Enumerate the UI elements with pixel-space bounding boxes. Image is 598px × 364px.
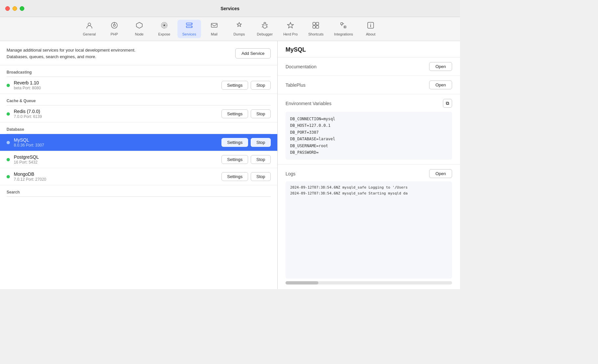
close-button[interactable] (5, 6, 10, 11)
logs-open-button[interactable]: Open (429, 169, 452, 178)
nav-label-debugger: Debugger (257, 32, 273, 36)
service-row[interactable]: Reverb 1.10beta Port: 8080SettingsStop (0, 77, 277, 94)
documentation-open-button[interactable]: Open (429, 62, 452, 71)
svg-rect-8 (186, 23, 192, 25)
nav-label-node: Node (135, 32, 144, 36)
nav-item-mail[interactable]: Mail (202, 20, 226, 38)
service-meta: 8.0.36 Port: 3307 (14, 143, 221, 148)
svg-rect-24 (316, 26, 319, 28)
service-status-dot (7, 141, 10, 144)
service-info: MySQL8.0.36 Port: 3307 (14, 137, 221, 148)
section-header-cache-queue: Cache & Queue (0, 94, 277, 105)
right-panel: MySQL Documentation Open TablePlus Open … (278, 41, 460, 289)
nav-label-shortcuts: Shortcuts (308, 32, 323, 36)
nav-item-expose[interactable]: Expose (152, 20, 176, 38)
service-row[interactable]: PostgreSQL16 Port: 5432SettingsStop (0, 151, 277, 168)
about-icon (367, 22, 374, 31)
env-vars-header: Environment Variables ⧉ (286, 99, 452, 108)
service-status-dot (7, 112, 10, 116)
minimize-button[interactable] (12, 6, 17, 11)
logs-scrollbar-track[interactable] (286, 281, 452, 284)
documentation-section: Documentation Open (278, 57, 460, 76)
service-stop-button[interactable]: Stop (251, 81, 271, 90)
service-settings-button[interactable]: Settings (221, 81, 248, 90)
section-header-broadcasting: Broadcasting (0, 65, 277, 77)
titlebar: Services (0, 0, 460, 17)
svg-marker-4 (136, 22, 142, 28)
selected-service-title: MySQL (286, 46, 452, 53)
nav-item-dumps[interactable]: Dumps (227, 20, 251, 38)
svg-line-17 (267, 24, 268, 25)
service-stop-button[interactable]: Stop (251, 109, 271, 118)
svg-point-14 (264, 25, 264, 26)
service-settings-button[interactable]: Settings (221, 172, 248, 181)
svg-rect-22 (316, 22, 319, 25)
services-list: BroadcastingReverb 1.10beta Port: 8080Se… (0, 65, 277, 289)
service-row[interactable]: Redis (7.0.0)7.0.0 Port: 6139SettingsSto… (0, 105, 277, 123)
nav-label-about: About (366, 32, 376, 36)
section-divider-search (7, 196, 271, 197)
nav-item-integrations[interactable]: Integrations (330, 20, 357, 38)
nav-item-shortcuts[interactable]: Shortcuts (304, 20, 328, 38)
nav-label-services: Services (182, 32, 196, 36)
service-status-dot (7, 84, 10, 87)
service-name: MongoDB (14, 171, 221, 177)
service-name: Reverb 1.10 (14, 80, 221, 85)
service-meta: 7.0.0 Port: 6139 (14, 114, 221, 119)
left-description: Manage additional services for your loca… (7, 47, 135, 60)
svg-line-18 (262, 27, 263, 27)
documentation-label: Documentation (286, 64, 316, 69)
nav-item-node[interactable]: Node (127, 20, 151, 38)
logs-section: Logs Open 2024-09-12T07:38:54.6NZ mysqld… (278, 165, 460, 289)
section-header-search: Search (0, 185, 277, 196)
svg-point-0 (88, 23, 91, 26)
svg-point-2 (113, 24, 115, 26)
svg-point-11 (191, 27, 192, 27)
service-actions: SettingsStop (221, 172, 271, 181)
logs-content: 2024-09-12T07:38:54.6NZ mysqld_safe Logg… (286, 181, 452, 279)
nav-item-services[interactable]: Services (177, 20, 201, 38)
window-title: Services (220, 6, 240, 11)
nav-item-about[interactable]: About (359, 20, 382, 38)
svg-point-15 (265, 25, 266, 26)
node-icon (136, 22, 143, 31)
nav-label-php: PHP (111, 32, 118, 36)
service-settings-button[interactable]: Settings (221, 138, 248, 147)
add-service-button[interactable]: Add Service (235, 48, 271, 58)
main-content: Manage additional services for your loca… (0, 41, 460, 289)
maximize-button[interactable] (20, 6, 24, 11)
nav-item-debugger[interactable]: Debugger (252, 20, 277, 38)
integrations-icon (340, 22, 347, 31)
svg-line-19 (267, 27, 268, 27)
svg-rect-21 (313, 22, 315, 25)
nav-item-general[interactable]: General (78, 20, 101, 38)
nav-label-dumps: Dumps (233, 32, 245, 36)
service-actions: SettingsStop (221, 109, 271, 118)
svg-point-5 (163, 24, 165, 26)
service-row[interactable]: MongoDB7.0.12 Port: 27020SettingsStop (0, 168, 277, 185)
tableplus-open-button[interactable]: Open (429, 80, 452, 89)
service-row[interactable]: MySQL8.0.36 Port: 3307SettingsStop (0, 134, 277, 151)
env-vars-content: DB_CONNECTION=mysql DB_HOST=127.0.0.1 DB… (286, 112, 452, 160)
service-stop-button[interactable]: Stop (251, 172, 271, 181)
service-settings-button[interactable]: Settings (221, 109, 248, 118)
service-stop-button[interactable]: Stop (251, 138, 271, 147)
svg-rect-12 (211, 23, 217, 27)
logs-label: Logs (286, 171, 295, 176)
nav-label-herd-pro: Herd Pro (283, 32, 298, 36)
logs-scrollbar-thumb[interactable] (286, 281, 318, 284)
service-name: MySQL (14, 137, 221, 143)
service-meta: 7.0.12 Port: 27020 (14, 177, 221, 182)
svg-point-13 (263, 24, 267, 28)
nav-item-php[interactable]: PHP (103, 20, 126, 38)
copy-env-button[interactable]: ⧉ (443, 99, 452, 108)
svg-rect-23 (313, 26, 315, 28)
section-header-database: Database (0, 123, 277, 134)
service-settings-button[interactable]: Settings (221, 155, 248, 164)
general-icon (86, 22, 93, 31)
nav-item-herd-pro[interactable]: Herd Pro (279, 20, 302, 38)
dumps-icon (236, 22, 243, 31)
service-stop-button[interactable]: Stop (251, 155, 271, 164)
service-meta: 16 Port: 5432 (14, 160, 221, 165)
svg-rect-9 (186, 26, 192, 28)
